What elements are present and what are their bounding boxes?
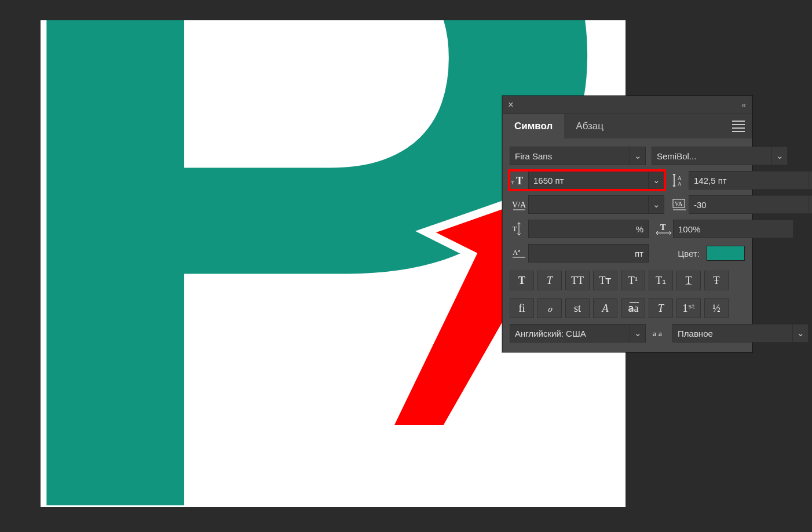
svg-text:T: T	[516, 175, 523, 187]
discretionary-ligatures-toggle[interactable]: st	[565, 298, 590, 318]
text-color-group: Цвет:	[654, 246, 745, 261]
tracking-icon: VA	[670, 196, 689, 213]
swash-toggle[interactable]: A	[593, 298, 617, 318]
chevron-down-icon[interactable]: ⌄	[771, 147, 787, 165]
fractions-toggle[interactable]: ½	[704, 298, 729, 318]
panel-titlebar: × «	[503, 96, 752, 114]
titling-alt-toggle[interactable]: T	[649, 298, 673, 318]
antialias-select[interactable]: ⌄	[672, 324, 809, 342]
tracking-input[interactable]	[689, 200, 809, 210]
tracking-select[interactable]: ⌄	[689, 195, 812, 214]
kerning-icon: V/A	[510, 196, 528, 213]
svg-text:T: T	[513, 225, 517, 233]
tab-character[interactable]: Символ	[503, 114, 564, 139]
svg-text:V/A: V/A	[512, 201, 526, 209]
collapse-icon[interactable]: «	[736, 100, 752, 110]
hscale-input[interactable]	[674, 224, 793, 234]
leading-select[interactable]: ⌄	[689, 171, 812, 190]
antialias-input[interactable]	[673, 329, 792, 338]
subscript-toggle[interactable]: T₁	[649, 271, 673, 290]
contextual-alt-toggle[interactable]: ℴ	[537, 298, 562, 318]
chevron-down-icon[interactable]: ⌄	[648, 196, 664, 213]
panel-menu-icon[interactable]	[725, 121, 752, 132]
close-icon[interactable]: ×	[503, 100, 519, 110]
leading-icon: AA	[670, 172, 689, 189]
faux-italic-toggle[interactable]: T	[537, 271, 562, 290]
font-size-input[interactable]	[529, 176, 648, 185]
strikethrough-toggle[interactable]: Ŧ	[704, 271, 729, 290]
svg-text:A: A	[678, 181, 682, 187]
kerning-select[interactable]: ⌄	[528, 195, 664, 214]
chevron-down-icon[interactable]: ⌄	[630, 147, 645, 165]
chevron-down-icon[interactable]: ⌄	[809, 196, 812, 213]
horizontal-scale-icon: T	[654, 220, 673, 238]
chevron-down-icon[interactable]: ⌄	[630, 325, 645, 342]
baseline-input[interactable]	[529, 249, 648, 258]
hscale-input-box[interactable]	[673, 220, 793, 238]
faux-bold-toggle[interactable]: T	[510, 271, 534, 290]
font-size-select[interactable]: ⌄	[528, 171, 664, 190]
superscript-toggle[interactable]: T¹	[621, 271, 645, 290]
svg-text:VA: VA	[675, 201, 683, 207]
kerning-group: V/A ⌄	[510, 195, 664, 214]
font-family-input[interactable]	[510, 151, 630, 161]
leading-input[interactable]	[689, 176, 809, 185]
panel-tabs: Символ Абзац	[503, 114, 752, 139]
tab-paragraph[interactable]: Абзац	[564, 114, 615, 139]
all-caps-toggle[interactable]: TT	[565, 271, 590, 290]
tracking-group: VA ⌄	[670, 195, 812, 214]
baseline-group: Aª	[510, 244, 649, 263]
small-caps-toggle[interactable]: Tᴛ	[593, 271, 617, 290]
opentype-toggles: fi ℴ st A a͞a T 1ˢᵗ ½	[510, 298, 745, 318]
svg-text:a: a	[653, 329, 656, 338]
text-color-swatch[interactable]	[707, 246, 745, 261]
svg-text:т: т	[511, 179, 514, 185]
vscale-input[interactable]	[529, 224, 648, 234]
baseline-shift-icon: Aª	[510, 245, 528, 262]
chevron-down-icon[interactable]: ⌄	[648, 172, 664, 189]
vertical-scale-icon: T	[510, 220, 528, 238]
ordinals-toggle[interactable]: 1ˢᵗ	[676, 298, 701, 318]
antialias-icon: aa	[652, 325, 667, 342]
font-style-select[interactable]: ⌄	[652, 147, 788, 165]
hscale-group: T	[654, 220, 793, 238]
character-panel: × « Символ Абзац ⌄ ⌄ тT	[502, 96, 752, 352]
kerning-input[interactable]	[529, 200, 648, 210]
panel-body: ⌄ ⌄ тT ⌄ AA	[503, 139, 752, 352]
svg-text:T: T	[660, 223, 666, 232]
underline-toggle[interactable]: T	[676, 271, 701, 290]
svg-text:A: A	[678, 175, 682, 181]
language-input[interactable]	[510, 329, 630, 338]
font-style-input[interactable]	[652, 151, 771, 161]
vscale-input-box[interactable]	[528, 220, 649, 238]
standard-ligatures-toggle[interactable]: fi	[510, 298, 534, 318]
stylistic-alt-toggle[interactable]: a͞a	[621, 298, 645, 318]
leading-group: AA ⌄	[670, 171, 812, 190]
type-style-toggles: T T TT Tᴛ T¹ T₁ T Ŧ	[510, 271, 745, 290]
font-size-group: тT ⌄	[510, 171, 664, 190]
svg-text:Aª: Aª	[513, 248, 520, 257]
baseline-input-box[interactable]	[528, 244, 649, 263]
svg-text:a: a	[659, 329, 662, 338]
vscale-group: T	[510, 220, 649, 238]
chevron-down-icon[interactable]: ⌄	[792, 325, 808, 342]
font-size-icon: тT	[510, 172, 528, 189]
language-select[interactable]: ⌄	[510, 324, 646, 342]
text-color-label: Цвет:	[678, 249, 700, 258]
font-family-select[interactable]: ⌄	[510, 147, 646, 165]
chevron-down-icon[interactable]: ⌄	[809, 172, 812, 189]
